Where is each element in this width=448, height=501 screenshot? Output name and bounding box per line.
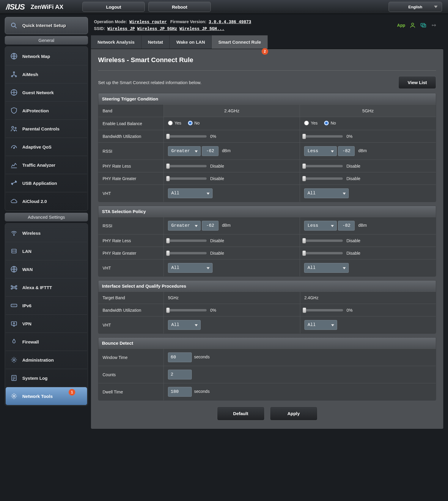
tab-network-analysis[interactable]: Network Analysis — [91, 35, 142, 49]
sidebar-item-label: WAN — [22, 267, 33, 272]
sta-rssi-24-val[interactable] — [202, 221, 219, 231]
sidebar-general-head: General — [5, 36, 88, 45]
elb-24-no[interactable]: No — [188, 121, 200, 125]
svg-point-11 — [14, 235, 14, 236]
bw-24-slider[interactable]: 0% — [168, 134, 216, 139]
sidebar-item-wan[interactable]: WAN — [6, 260, 87, 278]
iface-table: Interface Select and Qualify Procedures … — [98, 280, 436, 334]
bw-5-slider[interactable]: 0% — [304, 134, 352, 139]
elb-5-no[interactable]: No — [324, 121, 336, 125]
rssi-24-op[interactable]: Greater — [168, 146, 201, 156]
sta-vht-5[interactable]: All — [304, 263, 349, 273]
bw-label: Bandwidth Utilization — [98, 130, 164, 142]
elb-5-yes[interactable]: Yes — [304, 121, 317, 125]
aiprotection-icon — [10, 106, 18, 115]
network-map-icon — [10, 52, 18, 60]
sidebar-item-administration[interactable]: Administration — [6, 351, 87, 369]
sidebar-item-lan[interactable]: LAN — [6, 242, 87, 260]
sidebar-item-label: Wireless — [22, 231, 41, 236]
sidebar-item-usb-application[interactable]: USB Application — [6, 174, 87, 192]
sidebar-item-ipv6[interactable]: IPv6 — [6, 297, 87, 315]
sidebar-item-aicloud-2-0[interactable]: AiCloud 2.0 — [6, 192, 87, 210]
sta-rssi-5-op[interactable]: Less — [304, 221, 337, 231]
vpn-icon — [10, 319, 18, 328]
rssi-5-val[interactable] — [338, 146, 355, 156]
sidebar-item-aimesh[interactable]: AiMesh — [6, 65, 87, 84]
rssi-5-op[interactable]: Less — [304, 146, 337, 156]
sta-rssi-5-val[interactable] — [338, 221, 355, 231]
opmode-link[interactable]: Wireless router — [129, 20, 167, 24]
firewall-icon — [10, 338, 18, 346]
sidebar-item-guest-network[interactable]: Guest Network — [6, 84, 87, 102]
wt-input[interactable] — [168, 352, 192, 362]
user-icon[interactable] — [409, 22, 416, 29]
sidebar-item-network-map[interactable]: Network Map — [6, 47, 87, 65]
sidebar-item-firewall[interactable]: Firewall — [6, 333, 87, 351]
sidebar-item-label: Adaptive QoS — [22, 144, 51, 149]
iface-bw-24[interactable]: 0% — [168, 308, 216, 313]
reboot-button[interactable]: Reboot — [148, 2, 211, 12]
ssid3-link[interactable]: Wireless JP 5GH... — [180, 26, 224, 31]
prg-5-slider[interactable]: Disable — [304, 176, 360, 181]
administration-icon — [10, 356, 18, 364]
sidebar-item-parental-controls[interactable]: Parental Controls — [6, 120, 87, 138]
app-link[interactable]: App — [397, 23, 405, 28]
iface-vht-24[interactable]: All — [168, 320, 201, 330]
vht-5[interactable]: All — [304, 188, 349, 198]
sidebar-item-label: AiMesh — [22, 72, 38, 77]
view-list-button[interactable]: View List — [398, 76, 436, 89]
sidebar-item-label: AiCloud 2.0 — [22, 199, 47, 204]
tab-netstat[interactable]: Netstat — [142, 35, 170, 49]
sta-prg-24[interactable]: Disable — [168, 251, 224, 256]
sidebar-item-wireless[interactable]: Wireless — [6, 224, 87, 242]
tab-wake-on-lan[interactable]: Wake on LAN — [170, 35, 212, 49]
logout-button[interactable]: Logout — [82, 2, 145, 12]
fw-link[interactable]: 3.0.0.4.386_49873 — [209, 20, 251, 24]
sidebar-item-system-log[interactable]: System Log — [6, 369, 87, 387]
quick-internet-setup[interactable]: Quick Internet Setup — [5, 17, 88, 34]
ssid2-link[interactable]: Wireless JP 5GHz — [137, 26, 177, 31]
apply-button[interactable]: Apply — [270, 407, 317, 420]
sta-prl-24[interactable]: Disable — [168, 238, 224, 243]
panel: Wireless - Smart Connect Rule Set up the… — [91, 49, 443, 429]
sidebar-item-vpn[interactable]: VPN — [6, 315, 87, 333]
page-desc: Set up the Smart Connect related informa… — [98, 80, 202, 85]
sidebar-item-alexa-ifttt[interactable]: Alexa & IFTTT — [6, 278, 87, 297]
sidebar-item-network-tools[interactable]: Network Tools1 — [6, 387, 87, 405]
sidebar: Quick Internet Setup General Network Map… — [5, 17, 88, 429]
tb-24: 5GHz — [164, 292, 300, 304]
tab-smart-connect-rule[interactable]: Smart Connect Rule 2 — [212, 35, 268, 49]
sidebar-item-traffic-analyzer[interactable]: Traffic Analyzer — [6, 156, 87, 174]
prg-24-slider[interactable]: Disable — [168, 176, 224, 181]
svg-point-25 — [411, 23, 414, 25]
iface-bw-5[interactable]: 0% — [304, 308, 353, 313]
prl-5-slider[interactable]: Disable — [304, 164, 360, 168]
ssid1-link[interactable]: Wireless JP — [107, 26, 135, 31]
sta-prl-5[interactable]: Disable — [304, 238, 360, 243]
dbm-unit: dBm — [222, 148, 231, 153]
screen-icon[interactable] — [420, 22, 427, 29]
vht-24[interactable]: All — [168, 188, 213, 198]
elb-24-yes[interactable]: Yes — [168, 121, 181, 125]
opmode-label: Operation Mode: — [94, 19, 127, 24]
language-select[interactable]: English — [389, 2, 442, 12]
iface-vht-5[interactable]: All — [304, 320, 337, 330]
sidebar-item-aiprotection[interactable]: AiProtection — [6, 102, 87, 120]
svg-point-24 — [13, 395, 15, 397]
sta-prg-5[interactable]: Disable — [304, 251, 360, 256]
sidebar-item-adaptive-qos[interactable]: Adaptive QoS — [6, 138, 87, 156]
default-button[interactable]: Default — [217, 407, 265, 420]
sidebar-advanced-head: Advanced Settings — [5, 213, 88, 221]
prl-24-slider[interactable]: Disable — [168, 164, 224, 168]
sidebar-item-label: Traffic Analyzer — [22, 163, 55, 168]
prl-label: PHY Rate Less — [98, 160, 164, 172]
language-label: English — [408, 5, 422, 9]
ssid-label: SSID: — [94, 26, 105, 31]
sta-rssi-24-op[interactable]: Greater — [168, 221, 201, 231]
usb-icon[interactable] — [431, 22, 437, 29]
cnt-input[interactable] — [168, 370, 192, 379]
sta-vht-24[interactable]: All — [168, 263, 213, 273]
dw-input[interactable] — [168, 387, 192, 397]
rssi-24-val[interactable] — [202, 146, 219, 156]
tabs: Network Analysis Netstat Wake on LAN Sma… — [91, 35, 443, 49]
